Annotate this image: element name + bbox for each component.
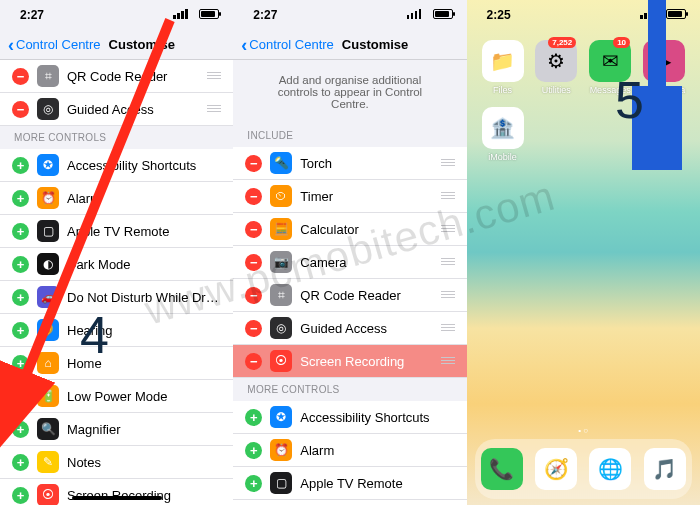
app-icon: ⏰ [270,439,292,461]
remove-button[interactable]: − [245,221,262,238]
add-button[interactable]: + [245,475,262,492]
add-button[interactable]: + [12,223,29,240]
remove-button[interactable]: − [245,188,262,205]
remove-button[interactable]: − [245,254,262,271]
drag-handle-icon[interactable] [441,357,455,365]
app-icon: ▢ [37,220,59,242]
drag-handle-icon[interactable] [441,291,455,299]
settings-row[interactable]: −⌗QR Code Reader [0,60,233,93]
add-button[interactable]: + [12,289,29,306]
settings-row[interactable]: +⌂Home [0,347,233,380]
settings-row[interactable]: −⏲Timer [233,180,466,213]
section-header-include: INCLUDE [233,124,466,147]
settings-row[interactable]: +✪Accessibility Shortcuts [233,401,466,434]
add-button[interactable]: + [245,442,262,459]
app-icon: ✪ [270,406,292,428]
dock-app[interactable]: 🎵 [644,448,686,490]
home-app[interactable]: 📁Files [479,40,527,95]
settings-row[interactable]: +▢Apple TV Remote [233,467,466,500]
section-header-more: MORE CONTROLS [233,378,466,401]
back-label: Control Centre [16,37,101,52]
row-label: Timer [300,189,432,204]
settings-row[interactable]: +✎Notes [0,446,233,479]
row-label: Camera [300,255,432,270]
status-bar: 2:25 [467,0,700,30]
settings-row[interactable]: +🔋Low Power Mode [0,380,233,413]
battery-icon [199,9,219,19]
dock-app[interactable]: 🌐 [589,448,631,490]
row-label: Guided Access [67,102,199,117]
chevron-left-icon: ‹ [241,36,247,54]
drag-handle-icon[interactable] [207,72,221,80]
back-label: Control Centre [249,37,334,52]
settings-row[interactable]: +🔍Magnifier [0,413,233,446]
home-app[interactable]: 🏦iMobile [479,107,527,162]
settings-row[interactable]: +⏰Alarm [233,434,466,467]
drag-handle-icon[interactable] [207,105,221,113]
settings-row[interactable]: +👂Hearing [0,314,233,347]
remove-button[interactable]: − [245,320,262,337]
home-app[interactable]: ▶︎JioCinema [640,40,688,95]
drag-handle-icon[interactable] [441,258,455,266]
page-dots[interactable]: • ○ [467,426,700,435]
drag-handle-icon[interactable] [441,159,455,167]
add-button[interactable]: + [12,157,29,174]
page-title: Customise [109,37,175,52]
drag-handle-icon[interactable] [441,192,455,200]
app-icon: ✪ [37,154,59,176]
add-button[interactable]: + [12,454,29,471]
add-button[interactable]: + [12,487,29,504]
remove-button[interactable]: − [12,101,29,118]
settings-row[interactable]: +◐Dark Mode [233,500,466,505]
remove-button[interactable]: − [245,155,262,172]
add-button[interactable]: + [12,355,29,372]
app-label: JioCinema [643,85,686,95]
back-button[interactable]: ‹ Control Centre [8,36,101,54]
signal-icon [640,9,655,19]
add-button[interactable]: + [12,388,29,405]
app-icon: ✎ [37,451,59,473]
add-button[interactable]: + [12,190,29,207]
section-header-more: MORE CONTROLS [0,126,233,149]
remove-button[interactable]: − [245,287,262,304]
step-number-5: 5 [615,70,644,130]
remove-button[interactable]: − [12,68,29,85]
settings-row[interactable]: −🔦Torch [233,147,466,180]
row-label: Accessibility Shortcuts [67,158,221,173]
status-right [173,8,219,22]
add-button[interactable]: + [12,322,29,339]
settings-row[interactable]: +◐Dark Mode [0,248,233,281]
settings-row[interactable]: −⦿Screen Recording [233,345,466,378]
app-icon: ◐ [37,253,59,275]
settings-row[interactable]: +⏰Alarm [0,182,233,215]
app-icon: ⌗ [270,284,292,306]
drag-handle-icon[interactable] [441,324,455,332]
settings-row[interactable]: −◎Guided Access [233,312,466,345]
dock-app[interactable]: 📞 [481,448,523,490]
settings-row[interactable]: +✪Accessibility Shortcuts [0,149,233,182]
remove-button[interactable]: − [245,353,262,370]
back-button[interactable]: ‹ Control Centre [241,36,334,54]
add-button[interactable]: + [12,256,29,273]
settings-row[interactable]: +🚗Do Not Disturb While Driving [0,281,233,314]
signal-icon [173,9,188,19]
status-bar: 2:27 [0,0,233,30]
dock-app[interactable]: 🧭 [535,448,577,490]
row-label: Alarm [67,191,221,206]
settings-row[interactable]: −📷Camera [233,246,466,279]
home-indicator[interactable] [72,496,162,500]
app-icon: ◎ [270,317,292,339]
add-button[interactable]: + [245,409,262,426]
page-title: Customise [342,37,408,52]
row-label: Alarm [300,443,454,458]
row-label: Do Not Disturb While Driving [67,290,221,305]
settings-row[interactable]: −◎Guided Access [0,93,233,126]
drag-handle-icon[interactable] [441,225,455,233]
settings-row[interactable]: −⌗QR Code Reader [233,279,466,312]
settings-row[interactable]: +⦿Screen Recording [0,479,233,505]
add-button[interactable]: + [12,421,29,438]
settings-row[interactable]: −🧮Calculator [233,213,466,246]
app-icon: 🔍 [37,418,59,440]
home-app[interactable]: ⚙︎Utilities7,252 [532,40,580,95]
settings-row[interactable]: +▢Apple TV Remote [0,215,233,248]
